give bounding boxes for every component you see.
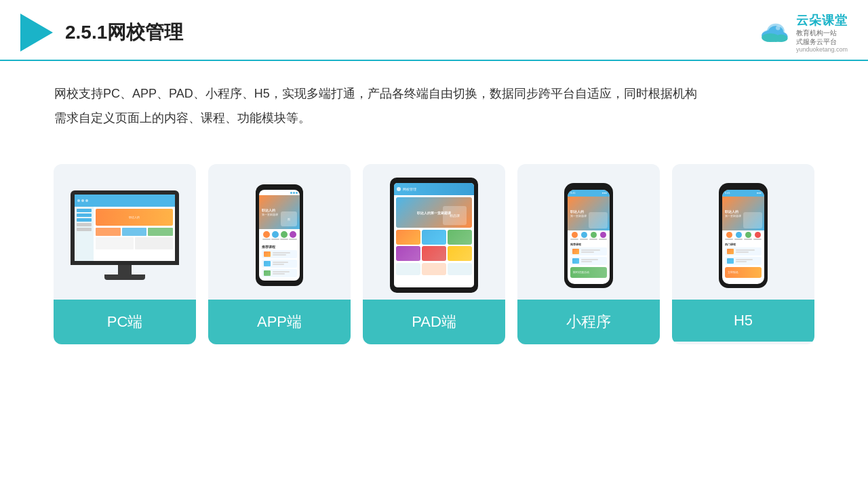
brand-url: yunduoketang.com [796,46,848,53]
monitor-screen: 职达人的 [75,195,175,261]
page-title: 2.5.1网校管理 [65,20,183,45]
h5-phone-notch-top [736,185,751,189]
pc-image-area: 职达人的 [54,164,196,300]
description-text: 网校支持PC、APP、PAD、小程序、H5，实现多端打通，产品各终端自由切换，数… [0,61,868,137]
brand-text: 云朵课堂 教育机构一站式服务云平台 yunduoketang.com [796,12,848,53]
cloud-icon [760,20,792,45]
miniapp-image-area: 9:41 ●●● 职达人的 第一堂刷题课 [517,164,660,300]
cards-container: 职达人的 [0,144,868,344]
pad-card: 网校管理 职达人的第一堂刷题课 精品课 [363,164,505,344]
h5-label: H5 [672,300,814,342]
pc-monitor: 职达人的 [71,190,179,280]
page-header: 2.5.1网校管理 云朵课堂 教育机构一站式服务云平台 yunduoketa [0,0,868,61]
phone-notch-screen: 9:41 ●●● 职达人的 第一堂刷题课 [568,190,610,284]
h5-card: 9:41 ●●● 职达人的 第一堂刷题课 [672,164,814,344]
pc-card: 职达人的 [54,164,196,344]
pad-label: PAD端 [363,300,505,344]
tablet-frame: 网校管理 职达人的第一堂刷题课 精品课 [390,178,478,293]
pc-label: PC端 [54,300,196,344]
description-paragraph-2: 需求自定义页面上的内容、课程、功能模块等。 [54,106,814,130]
header-left: 2.5.1网校管理 [20,14,183,52]
header-right: 云朵课堂 教育机构一站式服务云平台 yunduoketang.com [760,12,848,53]
phone-notch [273,186,286,190]
brand-logo: 云朵课堂 教育机构一站式服务云平台 yunduoketang.com [760,12,848,53]
miniapp-label: 小程序 [517,300,660,344]
app-image-area: 职达人的 第一堂刷题课 图 [208,164,351,300]
app-label: APP端 [208,300,351,344]
miniapp-phone-frame: 9:41 ●●● 职达人的 第一堂刷题课 [564,183,613,288]
svg-point-9 [776,26,780,30]
monitor-frame: 职达人的 [71,190,179,265]
logo-icon [20,14,53,52]
tablet-screen: 网校管理 职达人的第一堂刷题课 精品课 [394,183,474,287]
miniapp-card: 9:41 ●●● 职达人的 第一堂刷题课 [517,164,660,344]
brand-name: 云朵课堂 [796,12,848,28]
svg-point-8 [766,35,786,42]
phone-screen: 职达人的 第一堂刷题课 图 [259,190,300,281]
h5-phone-screen: 9:41 ●●● 职达人的 第一堂刷题课 [722,190,764,284]
h5-phone-frame: 9:41 ●●● 职达人的 第一堂刷题课 [719,183,768,288]
brand-tagline: 教育机构一站式服务云平台 [796,28,837,46]
app-card: 职达人的 第一堂刷题课 图 [208,164,351,344]
h5-image-area: 9:41 ●●● 职达人的 第一堂刷题课 [672,164,814,300]
description-paragraph: 网校支持PC、APP、PAD、小程序、H5，实现多端打通，产品各终端自由切换，数… [54,81,814,106]
pad-image-area: 网校管理 职达人的第一堂刷题课 精品课 [363,164,505,300]
phone-notch-top [581,185,596,189]
app-phone-frame: 职达人的 第一堂刷题课 图 [256,184,303,286]
